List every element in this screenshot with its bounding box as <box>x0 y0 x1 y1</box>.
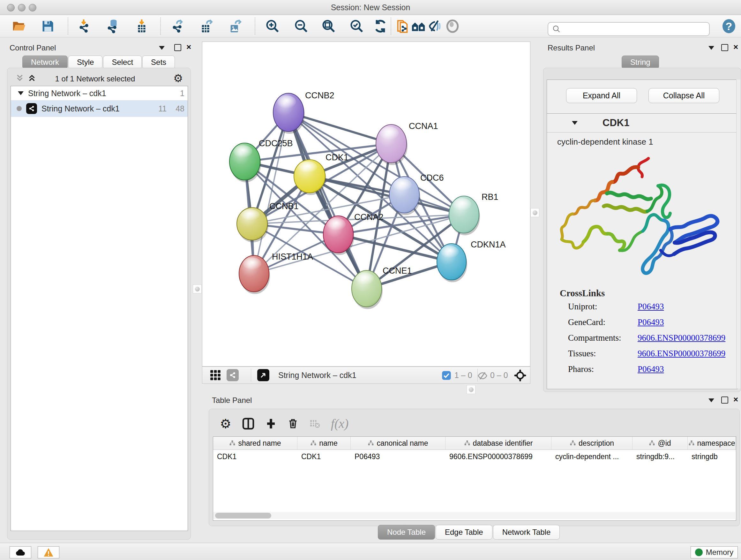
tab-network-table[interactable]: Network Table <box>493 525 560 540</box>
results-panel-menu-icon[interactable] <box>709 46 714 50</box>
network-node-RB1[interactable]: RB1 <box>449 192 498 235</box>
open-session-button[interactable] <box>11 18 27 34</box>
network-row[interactable]: String Network – cdk1 11 48 <box>11 100 188 117</box>
table-cell[interactable]: stringdb <box>688 450 736 463</box>
control-panel-float-icon[interactable] <box>174 44 181 51</box>
import-network-database-button[interactable] <box>105 18 121 34</box>
table-cell[interactable]: stringdb:9... <box>632 450 688 463</box>
network-canvas[interactable]: CCNB2CCNA1CDC25BCDK1CDC6RB1CCNB1CCNA2CDK… <box>202 42 530 367</box>
collapse-all-button[interactable]: Collapse All <box>649 88 719 103</box>
control-panel-close-icon[interactable]: × <box>186 42 191 52</box>
column-header--id[interactable]: @id <box>632 437 688 449</box>
toggle-graphics-button[interactable] <box>444 18 461 34</box>
gene-expander-icon[interactable] <box>572 121 578 125</box>
left-splitter-handle[interactable] <box>193 285 202 294</box>
crosslink-link[interactable]: 9606.ENSP00000378699 <box>637 333 725 343</box>
column-header-database-identifier[interactable]: database identifier <box>446 437 551 449</box>
results-scrollbar[interactable] <box>736 79 740 388</box>
network-node-HIST1H1A[interactable]: HIST1H1A <box>239 252 313 294</box>
crosslink-link[interactable]: P06493 <box>637 364 664 374</box>
column-header-shared-name[interactable]: shared name <box>213 437 297 449</box>
search-box[interactable] <box>548 22 710 36</box>
results-panel-close-icon[interactable]: × <box>733 42 738 52</box>
birds-eye-view-icon[interactable] <box>257 369 269 381</box>
expand-all-button[interactable]: Expand All <box>566 88 637 103</box>
save-session-button[interactable] <box>40 18 56 34</box>
network-node-CDKN1A[interactable]: CDKN1A <box>437 240 506 282</box>
refresh-button[interactable] <box>372 18 389 34</box>
table-header-row[interactable]: shared namenamecanonical namedatabase id… <box>213 437 736 450</box>
delete-table-icon[interactable] <box>309 418 320 429</box>
network-node-CDC6[interactable]: CDC6 <box>389 173 444 215</box>
fit-selected-crosshair-icon[interactable] <box>514 369 527 382</box>
gene-entry-header[interactable]: CDK1 <box>547 114 737 132</box>
zoom-in-button[interactable] <box>264 18 281 34</box>
zoom-out-button[interactable] <box>293 18 310 34</box>
network-view-share-icon[interactable] <box>226 369 239 381</box>
toolbar-separator <box>68 17 68 35</box>
add-column-icon[interactable] <box>265 417 277 430</box>
table-cell[interactable]: CDK1 <box>297 450 351 463</box>
table-row[interactable]: CDK1CDK1P064939606.ENSP00000378699cyclin… <box>213 450 736 463</box>
table-hscrollbar[interactable] <box>213 512 735 519</box>
results-panel-float-icon[interactable] <box>721 44 728 51</box>
tab-edge-table[interactable]: Edge Table <box>435 525 492 540</box>
import-network-file-button[interactable] <box>76 18 92 34</box>
protein-structure-image <box>553 152 731 287</box>
control-panel-menu-icon[interactable] <box>159 46 165 50</box>
bottom-splitter-handle[interactable] <box>467 385 475 394</box>
search-input[interactable] <box>561 24 703 34</box>
network-options-gear-icon[interactable]: ⚙ <box>173 72 183 84</box>
export-network-button[interactable] <box>170 18 186 34</box>
function-builder-icon[interactable]: f(x) <box>331 416 349 431</box>
import-table-file-button[interactable] <box>133 18 150 34</box>
zoom-selected-button[interactable] <box>348 18 365 34</box>
tab-select[interactable]: Select <box>103 56 142 69</box>
zoom-fit-button[interactable] <box>320 18 337 34</box>
column-header-description[interactable]: description <box>551 437 632 449</box>
selected-checkbox-icon[interactable] <box>442 371 451 380</box>
show-networks-home-button[interactable] <box>410 18 427 34</box>
network-collection-row[interactable]: String Network – cdk1 1 <box>11 86 188 100</box>
tab-sets[interactable]: Sets <box>142 56 175 69</box>
table-cell[interactable]: P06493 <box>351 450 446 463</box>
tab-network[interactable]: Network <box>22 56 68 69</box>
table-cell[interactable]: CDK1 <box>213 450 297 463</box>
delete-column-trash-icon[interactable] <box>287 417 298 430</box>
tab-style[interactable]: Style <box>68 56 103 69</box>
collection-expander-icon[interactable] <box>18 91 23 95</box>
table-cell[interactable]: 9606.ENSP00000378699 <box>446 450 551 463</box>
collapse-all-networks-icon[interactable] <box>15 73 24 83</box>
main-toolbar: ? <box>0 15 741 37</box>
crosslink-link[interactable]: P06493 <box>637 302 664 312</box>
grid-view-icon[interactable] <box>209 369 221 381</box>
export-image-button[interactable] <box>227 18 244 34</box>
table-settings-gear-icon[interactable]: ⚙ <box>220 416 231 431</box>
table-panel-close-icon[interactable]: × <box>733 395 738 405</box>
warnings-button[interactable] <box>38 546 59 558</box>
network-edge-CCNB2-HIST1H1A[interactable] <box>254 112 288 273</box>
first-neighbors-button[interactable] <box>394 18 411 34</box>
column-header-name[interactable]: name <box>297 437 351 449</box>
hide-details-button[interactable] <box>427 18 443 34</box>
table-panel-float-icon[interactable] <box>721 396 728 403</box>
network-node-CCNE1[interactable]: CCNE1 <box>352 266 412 309</box>
table-cell[interactable]: cyclin-dependent ... <box>551 450 632 463</box>
right-splitter-handle[interactable] <box>530 208 539 217</box>
memory-button[interactable]: Memory <box>690 546 738 558</box>
column-header-namespace[interactable]: namespace <box>688 437 736 449</box>
export-table-button[interactable] <box>199 18 215 34</box>
column-header-canonical-name[interactable]: canonical name <box>351 437 446 449</box>
hidden-eye-icon[interactable] <box>477 371 488 381</box>
expand-all-networks-icon[interactable] <box>27 73 37 83</box>
crosslink-link[interactable]: 9606.ENSP00000378699 <box>637 349 725 359</box>
tab-string[interactable]: String <box>622 56 659 69</box>
select-columns-icon[interactable] <box>242 417 254 430</box>
tab-node-table[interactable]: Node Table <box>378 525 435 540</box>
help-button[interactable]: ? <box>721 18 737 34</box>
network-edge-CCNB2-CCNE1[interactable] <box>288 112 367 289</box>
table-hscrollbar-thumb[interactable] <box>215 513 271 518</box>
cloud-button[interactable] <box>10 546 31 558</box>
table-panel-menu-icon[interactable] <box>709 398 714 402</box>
crosslink-link[interactable]: P06493 <box>637 317 664 327</box>
